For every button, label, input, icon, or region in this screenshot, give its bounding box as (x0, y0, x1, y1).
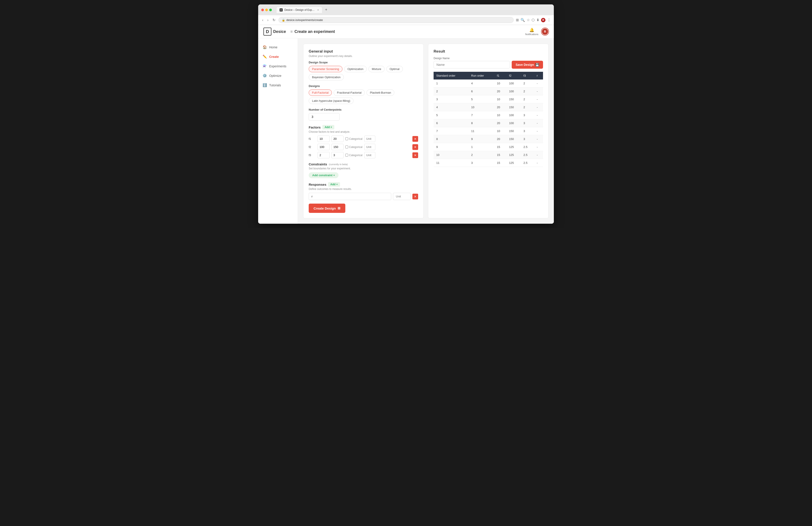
design-btn-fractional-factorial[interactable]: Fractional-Factorial (334, 89, 365, 96)
table-cell: 2 (521, 80, 534, 87)
hamburger-icon[interactable]: ≡ (290, 29, 293, 34)
menu-icon[interactable]: ⋮ (547, 18, 551, 22)
response-remove-button[interactable]: ✕ (412, 194, 418, 199)
extensions-icon[interactable]: ⬡ (532, 18, 535, 22)
sidebar-item-home[interactable]: 🏠Home (258, 43, 298, 52)
scope-btn-optimal[interactable]: Optimal (386, 66, 403, 72)
table-cell: - (534, 87, 543, 95)
scope-btn-parameter-screening[interactable]: Parameter Screening (309, 66, 343, 72)
design-name-input[interactable] (434, 61, 510, 69)
factors-sub: Choose factors to test and analyze. (309, 130, 418, 133)
add-response-button[interactable]: Add + (328, 182, 340, 187)
responses-header: Responses Add + (309, 182, 418, 187)
factor-unit-f1[interactable] (364, 136, 375, 142)
design-name-label: Design Name (434, 57, 543, 60)
factor-unit-f3[interactable] (364, 152, 375, 158)
url-field[interactable]: 🔒 desice.io/experiments/create (278, 17, 514, 23)
right-panel: Result Design Name Save Design 💾 (428, 44, 549, 218)
table-cell: 20 (494, 119, 506, 127)
app-header: D Desice ≡ Create an experiment 🔔 Notifi… (258, 25, 554, 39)
table-cell: 20 (494, 103, 506, 111)
design-btn-plackett-burman[interactable]: Plackett-Burman (366, 89, 394, 96)
translate-icon[interactable]: ⊞ (516, 18, 519, 22)
factor-min-f1[interactable] (318, 136, 330, 142)
table-cell: 1 (434, 80, 468, 87)
url-text: desice.io/experiments/create (286, 18, 323, 22)
factor-max-f1[interactable] (331, 136, 344, 142)
app-name: Desice (273, 29, 286, 34)
factor-unit-f2[interactable] (364, 144, 375, 150)
sidebar-item-tutorials[interactable]: ℹ️Tutorials (258, 81, 298, 89)
tab-favicon: D (279, 9, 282, 12)
header-right: 🔔 Notifications R (525, 28, 549, 35)
tab-close-icon[interactable]: ✕ (317, 9, 319, 12)
table-row: 14101002- (434, 80, 543, 87)
table-cell: - (534, 135, 543, 143)
factor-categorical-f3[interactable] (345, 154, 348, 157)
factor-max-f3[interactable] (331, 152, 344, 158)
factor-cat-f2: Categorical (345, 145, 363, 148)
factor-cat-label-f2: Categorical (349, 145, 363, 148)
table-cell: 3 (468, 159, 494, 167)
create-design-icon: ⊞ (338, 206, 340, 210)
th-f3: f3 (521, 72, 534, 80)
browser-tab[interactable]: D Desice – Design of Experime... ✕ (276, 6, 322, 13)
security-icon: 🔒 (282, 18, 285, 22)
factor-max-f2[interactable] (331, 144, 344, 150)
page-title-text: Create an experiment (294, 29, 335, 34)
factor-categorical-f1[interactable] (345, 137, 348, 140)
save-design-button[interactable]: Save Design 💾 (512, 61, 543, 69)
sidebar-icon-create: ✏️ (263, 55, 267, 59)
factor-cat-label-f3: Categorical (349, 154, 363, 157)
back-button[interactable]: ‹ (261, 17, 264, 23)
download-icon[interactable]: ⬇ (536, 18, 539, 22)
factor-remove-f1[interactable]: ✕ (412, 136, 418, 142)
response-name-input[interactable] (309, 193, 391, 200)
table-cell: 4 (468, 80, 494, 87)
table-row: 26201002- (434, 87, 543, 95)
centerpoints-input[interactable] (309, 113, 339, 120)
factor-remove-f3[interactable]: ✕ (412, 152, 418, 158)
constraints-section: Constraints (currently in beta) Set boun… (309, 162, 418, 178)
table-cell: 2 (521, 95, 534, 103)
search-icon[interactable]: 🔍 (521, 18, 525, 22)
table-row: 113151252.5- (434, 159, 543, 167)
add-factor-button[interactable]: Add + (322, 125, 334, 129)
sidebar-item-create[interactable]: ✏️Create (258, 52, 298, 61)
table-cell: 7 (434, 127, 468, 135)
design-btn-full-factorial[interactable]: Full-Factorial (309, 89, 332, 96)
sidebar-icon-home: 🏠 (263, 45, 267, 49)
notifications-button[interactable]: 🔔 Notifications (525, 28, 538, 35)
design-btn-latin-hypercube[interactable]: Latin hypercube (space-filling) (309, 98, 353, 104)
scope-btn-bayesian-optimization[interactable]: Bayesian Optimization (309, 74, 344, 80)
reload-button[interactable]: ↻ (272, 17, 276, 23)
create-design-button[interactable]: Create Design ⊞ (309, 203, 345, 213)
left-panel: General input Outline your experiment's … (303, 44, 424, 218)
factor-categorical-f2[interactable] (345, 145, 348, 148)
table-cell: 3 (521, 135, 534, 143)
minimize-button[interactable] (265, 9, 268, 11)
factor-min-f2[interactable] (318, 144, 330, 150)
bookmark-icon[interactable]: ☆ (527, 18, 530, 22)
close-button[interactable] (261, 9, 264, 11)
th-f1: f1 (494, 72, 506, 80)
table-cell: 5 (468, 95, 494, 103)
scope-btn-mixture[interactable]: Mixture (368, 66, 385, 72)
profile-icon[interactable]: R (541, 18, 546, 22)
avatar[interactable]: R (541, 28, 549, 35)
table-cell: 11 (468, 127, 494, 135)
forward-button[interactable]: › (266, 17, 269, 23)
maximize-button[interactable] (269, 9, 272, 11)
factor-remove-f2[interactable]: ✕ (412, 144, 418, 150)
response-unit-input[interactable] (393, 193, 411, 200)
factors-title: Factors (309, 125, 321, 129)
table-cell: 125 (506, 151, 521, 159)
factor-min-f3[interactable] (318, 152, 330, 158)
add-constraint-button[interactable]: Add constraint + (309, 172, 338, 178)
sidebar-item-experiments[interactable]: ⚗️Experiments (258, 62, 298, 70)
scope-btn-optimization[interactable]: Optimization (344, 66, 367, 72)
sidebar-label-tutorials: Tutorials (269, 84, 281, 87)
sidebar-item-optimize[interactable]: ⚙️Optimize (258, 71, 298, 80)
new-tab-button[interactable]: + (323, 6, 329, 13)
table-cell: 9 (468, 135, 494, 143)
